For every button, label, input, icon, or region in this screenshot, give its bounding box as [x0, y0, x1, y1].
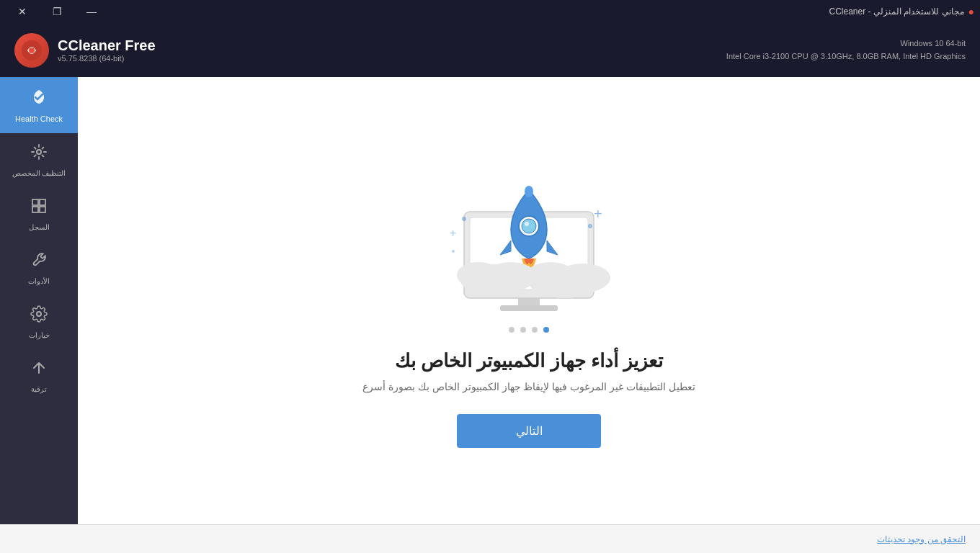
- sidebar-item-health-check[interactable]: Health Check: [0, 77, 78, 133]
- main-layout: Health Check التنظيف المخصص السجل: [0, 77, 980, 524]
- svg-rect-5: [32, 207, 38, 212]
- sidebar-label-tools: الأدوات: [28, 277, 50, 285]
- illustration: + +: [406, 154, 651, 313]
- sidebar-label-custom-clean: التنظيف المخصص: [12, 169, 66, 177]
- svg-rect-11: [500, 305, 558, 311]
- svg-rect-3: [32, 199, 38, 205]
- next-button[interactable]: التالي: [457, 414, 601, 448]
- sidebar-item-tools[interactable]: الأدوات: [0, 241, 78, 295]
- dot-3[interactable]: [532, 327, 538, 333]
- update-link[interactable]: التحقق من وجود تحديثات: [877, 534, 966, 544]
- svg-point-24: [452, 250, 455, 253]
- main-content: + + تعزيز أداء جهاز الكمبيوتر الخاص بك ت…: [78, 77, 980, 524]
- minimize-button[interactable]: —: [75, 0, 108, 23]
- system-info: Windows 10 64-bit Intel Core i3-2100 CPU…: [726, 37, 966, 63]
- options-icon: [30, 305, 48, 327]
- update-bar: التحقق من وجود تحديثات: [0, 524, 980, 553]
- svg-point-21: [556, 264, 610, 292]
- svg-point-2: [37, 150, 41, 154]
- dot-4[interactable]: [543, 327, 549, 333]
- app-logo-group: CCleaner Free v5.75.8238 (64-bit): [14, 33, 156, 68]
- sys-info-line2: Intel Core i3-2100 CPU @ 3.10GHz, 8.0GB …: [726, 50, 966, 63]
- sidebar-item-options[interactable]: خيارات: [0, 295, 78, 349]
- pagination-dots: [509, 327, 549, 333]
- titlebar-controls: — ❐ ✕: [6, 0, 108, 23]
- tools-icon: [30, 251, 48, 273]
- app-version: v5.75.8238 (64-bit): [58, 54, 156, 63]
- dot-2[interactable]: [520, 327, 526, 333]
- sidebar-label-upgrade: ترقية: [31, 385, 47, 393]
- sidebar-item-registry[interactable]: السجل: [0, 187, 78, 241]
- sidebar-item-custom-clean[interactable]: التنظيف المخصص: [0, 133, 78, 187]
- svg-rect-6: [40, 207, 45, 212]
- health-check-icon: [30, 87, 48, 110]
- app-name: CCleaner Free: [58, 37, 156, 54]
- titlebar-left: ● مجاني للاستخدام المنزلي - CCleaner: [829, 6, 974, 17]
- sidebar-label-options: خيارات: [29, 331, 50, 339]
- svg-point-12: [525, 186, 533, 197]
- titlebar: ● مجاني للاستخدام المنزلي - CCleaner — ❐…: [0, 0, 980, 23]
- dot-1[interactable]: [509, 327, 514, 333]
- svg-point-14: [522, 219, 536, 233]
- upgrade-icon: [30, 359, 48, 381]
- registry-icon: [30, 197, 48, 219]
- app-small-icon: ●: [968, 6, 974, 17]
- app-logo-icon: [14, 33, 49, 68]
- svg-rect-4: [40, 199, 45, 205]
- content-subtitle: تعطيل التطبيقات غير المرغوب فيها لإيقاظ …: [362, 381, 695, 392]
- sidebar: Health Check التنظيف المخصص السجل: [0, 77, 78, 524]
- custom-clean-icon: [30, 143, 48, 165]
- svg-point-15: [525, 222, 529, 226]
- sidebar-label-registry: السجل: [29, 223, 50, 231]
- window-title: مجاني للاستخدام المنزلي - CCleaner: [829, 6, 963, 17]
- svg-point-22: [462, 217, 466, 221]
- app-title-group: CCleaner Free v5.75.8238 (64-bit): [58, 37, 156, 63]
- svg-point-7: [37, 312, 41, 316]
- sidebar-label-health-check: Health Check: [15, 114, 63, 123]
- close-button[interactable]: ✕: [6, 0, 39, 23]
- svg-text:+: +: [450, 227, 456, 239]
- content-title: تعزيز أداء جهاز الكمبيوتر الخاص بك: [395, 350, 663, 372]
- svg-point-23: [588, 224, 592, 228]
- restore-button[interactable]: ❐: [40, 0, 74, 23]
- sys-info-line1: Windows 10 64-bit: [726, 37, 966, 50]
- svg-text:+: +: [594, 206, 602, 222]
- sidebar-item-upgrade[interactable]: ترقية: [0, 349, 78, 403]
- svg-point-1: [29, 48, 35, 53]
- app-header: CCleaner Free v5.75.8238 (64-bit) Window…: [0, 23, 980, 77]
